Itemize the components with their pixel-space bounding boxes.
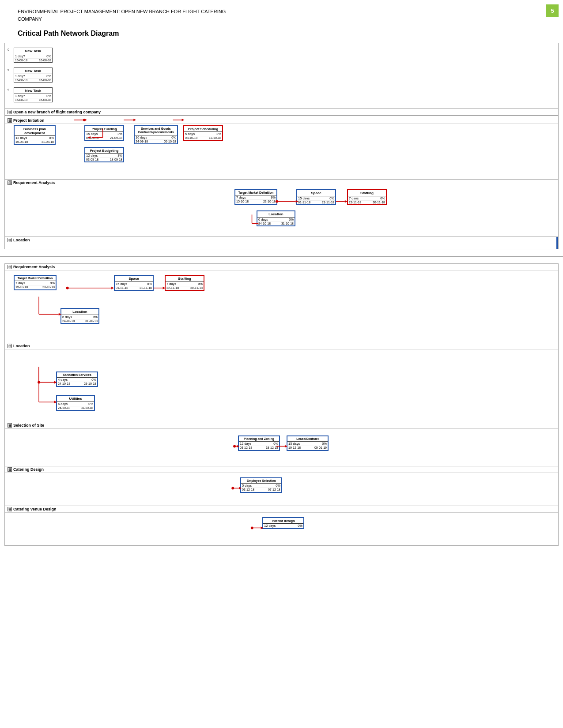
selection-site-header: ⊟ Selection of Site	[5, 422, 558, 429]
catering-venue-header: ⊟ Catering venue Design	[5, 506, 558, 513]
svg-point-31	[38, 381, 40, 384]
location-header-2: ⊟ Location	[5, 343, 558, 349]
diagram-title: Critical Path Network Diagram	[0, 26, 563, 43]
catering-design-header: ⊟ Catering Design	[5, 466, 558, 473]
document-title: ENVIRONMENTAL PROJECT MANAGEMENT: OPEN N…	[18, 8, 545, 23]
svg-point-39	[231, 487, 234, 489]
svg-point-19	[66, 287, 69, 289]
req-analysis-header-1: ⊟ Requirement Analysis	[5, 180, 558, 186]
page-number: 5	[546, 4, 559, 17]
open-branch-banner: ⊟ Open a new branch of flight catering c…	[5, 109, 558, 116]
req-analysis-header-2: ⊟ Requirement Analysis	[5, 264, 558, 270]
page-header: ENVIRONMENTAL PROJECT MANAGEMENT: OPEN N…	[0, 0, 563, 26]
page-break	[0, 256, 563, 257]
svg-point-42	[251, 526, 253, 529]
svg-point-34	[233, 445, 236, 447]
location-header-1: ⊟ Location	[5, 237, 558, 243]
project-initiation-header: ⊟ Project Initiation	[5, 117, 558, 124]
